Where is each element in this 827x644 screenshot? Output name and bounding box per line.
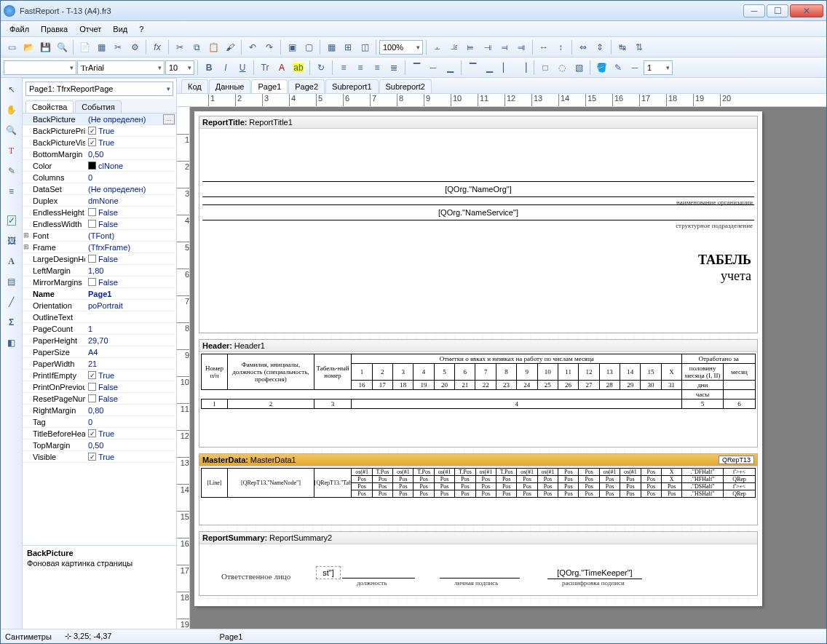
- field-name-service[interactable]: [QOrg."NameService"]: [202, 204, 754, 220]
- prop-row-rightmargin[interactable]: RightMargin0,80: [23, 405, 176, 416]
- frame-shadow-button[interactable]: ▧: [571, 60, 587, 76]
- align-justify-button[interactable]: ≣: [386, 60, 402, 76]
- new-dialog-button[interactable]: ▦: [93, 39, 109, 55]
- format-paint-button[interactable]: 🖌: [222, 39, 238, 55]
- prop-row-dataset[interactable]: DataSet(Не определен): [23, 183, 176, 195]
- prop-row-backpicturevisib[interactable]: BackPictureVisib✓True: [23, 137, 176, 148]
- page-tab-page2[interactable]: Page2: [288, 79, 325, 93]
- field-timekeeper[interactable]: [QOrg."TimeKeeper"]: [547, 566, 642, 579]
- delete-page-button[interactable]: ✂: [110, 39, 126, 55]
- font-combo[interactable]: Tr Arial: [77, 60, 165, 75]
- fill-color-button[interactable]: 🪣: [593, 60, 609, 76]
- prop-row-duplex[interactable]: DuplexdmNone: [23, 195, 176, 207]
- prop-row-color[interactable]: ColorclNone: [23, 160, 176, 172]
- frame-all-button[interactable]: □: [537, 60, 553, 76]
- underline-button[interactable]: U: [234, 60, 250, 76]
- object-combo[interactable]: Page1: TfrxReportPage: [25, 82, 173, 96]
- property-grid[interactable]: BackPicture(Не определен)…BackPicturePri…: [23, 113, 176, 545]
- maximize-button[interactable]: ☐: [767, 4, 788, 17]
- select-tool[interactable]: ↖: [3, 81, 20, 98]
- prop-row-visible[interactable]: Visible✓True: [23, 451, 176, 463]
- frame-left-button[interactable]: ▏: [498, 60, 514, 76]
- same-width-button[interactable]: ↹: [614, 39, 630, 55]
- label-resp[interactable]: Ответственное лицо: [221, 572, 290, 581]
- band-report-summary[interactable]: ReportSummary: ReportSummary2 Ответствен…: [199, 531, 758, 596]
- prop-row-orientation[interactable]: OrientationpoPortrait: [23, 300, 176, 311]
- format-tool[interactable]: ✎: [3, 162, 20, 180]
- valign-middle-button[interactable]: ─: [425, 60, 441, 76]
- menu-view[interactable]: Вид: [108, 23, 132, 35]
- rotate-button[interactable]: ↻: [313, 60, 329, 76]
- highlight-button[interactable]: ab: [290, 60, 306, 76]
- field-name-org[interactable]: [QOrg."NameOrg"]: [202, 181, 754, 197]
- report-page[interactable]: ReportTitle: ReportTitle1 [QOrg."NameOrg…: [194, 111, 762, 606]
- band-master-data[interactable]: MasterData: MasterData1QRepT13 [Line][QR…: [199, 453, 758, 525]
- checkbox-object[interactable]: Σ: [3, 314, 20, 331]
- prop-row-frame[interactable]: Frame(TfrxFrame): [23, 242, 176, 253]
- copy-button[interactable]: ⧉: [189, 39, 205, 55]
- prop-row-resetpagenum[interactable]: ResetPageNumFalse: [23, 393, 176, 405]
- align-center-h-button[interactable]: ⫡: [446, 39, 462, 55]
- frame-bottom-button[interactable]: ▁: [481, 60, 497, 76]
- page-tab-page1[interactable]: Page1: [251, 79, 288, 93]
- zoom-combo[interactable]: 100%: [379, 40, 423, 55]
- redo-button[interactable]: ↷: [261, 39, 277, 55]
- align-center-button[interactable]: ≡: [352, 60, 368, 76]
- center-v-button[interactable]: ⇕: [592, 39, 608, 55]
- prop-row-paperheight[interactable]: PaperHeight29,70: [23, 335, 176, 346]
- font-size-combo[interactable]: 10: [165, 60, 194, 75]
- prop-row-printonpreviou[interactable]: PrintOnPreviouFalse: [23, 381, 176, 393]
- prop-row-outlinetext[interactable]: OutlineText: [23, 311, 176, 323]
- align-left-button[interactable]: ≡: [336, 60, 352, 76]
- menu-edit[interactable]: Правка: [36, 23, 72, 35]
- variables-button[interactable]: fx: [149, 39, 165, 55]
- undo-button[interactable]: ↶: [245, 39, 261, 55]
- align-middle-v-button[interactable]: ⫤: [496, 39, 513, 55]
- label-ucheta[interactable]: учета: [721, 269, 751, 284]
- tab-events[interactable]: События: [75, 100, 121, 113]
- page-settings-button[interactable]: ⚙: [127, 39, 143, 55]
- align-left-edge-button[interactable]: ⫠: [430, 39, 446, 55]
- font-color-button[interactable]: A: [274, 60, 290, 76]
- field-st[interactable]: st"]: [316, 566, 341, 579]
- align-bottom-edge-button[interactable]: ⫥: [513, 39, 529, 55]
- other-object[interactable]: ◧: [3, 334, 20, 351]
- grid-button[interactable]: ▦: [323, 39, 339, 55]
- band-report-title[interactable]: ReportTitle: ReportTitle1 [QOrg."NameOrg…: [199, 116, 758, 333]
- prop-row-leftmargin[interactable]: LeftMargin1,80: [23, 265, 176, 277]
- prop-row-topmargin[interactable]: TopMargin0,50: [23, 440, 176, 451]
- paste-button[interactable]: 📋: [205, 39, 221, 55]
- menu-report[interactable]: Отчет: [75, 23, 106, 35]
- prop-row-printifempty[interactable]: PrintIfEmpty✓True: [23, 370, 176, 381]
- zoom-tool[interactable]: 🔍: [3, 122, 20, 139]
- group-button[interactable]: ▣: [284, 39, 300, 55]
- page-tab-subreport2[interactable]: Subreport2: [379, 79, 432, 93]
- prop-row-mirrormargins[interactable]: MirrorMarginsFalse: [23, 277, 176, 288]
- text-tool[interactable]: T: [3, 142, 20, 159]
- page-tab-subreport1[interactable]: Subreport1: [325, 79, 378, 93]
- cut-button[interactable]: ✂: [172, 39, 188, 55]
- prop-row-endlessheight[interactable]: EndlessHeightFalse: [23, 207, 176, 218]
- valign-bottom-button[interactable]: ▁: [442, 60, 458, 76]
- prop-row-font[interactable]: Font(TFont): [23, 230, 176, 242]
- prop-row-papersize[interactable]: PaperSizeA4: [23, 346, 176, 358]
- frame-none-button[interactable]: ◌: [554, 60, 570, 76]
- prop-row-backpictureprin[interactable]: BackPicturePrin✓True: [23, 125, 176, 137]
- prop-row-largedesignhei[interactable]: LargeDesignHeiFalse: [23, 253, 176, 265]
- space-v-button[interactable]: ↕: [553, 39, 569, 55]
- picture-object[interactable]: 🖼: [3, 232, 20, 250]
- frame-color-button[interactable]: ✎: [610, 60, 626, 76]
- line-object[interactable]: ╱: [3, 293, 20, 311]
- frame-right-button[interactable]: ▕: [515, 60, 531, 76]
- tab-properties[interactable]: Свойства: [25, 100, 74, 113]
- close-button[interactable]: ✕: [790, 4, 823, 17]
- prop-row-paperwidth[interactable]: PaperWidth21: [23, 358, 176, 370]
- bold-button[interactable]: B: [201, 60, 217, 76]
- prop-row-pagecount[interactable]: PageCount1: [23, 323, 176, 335]
- frame-style-button[interactable]: ─: [627, 60, 643, 76]
- page-tab-код[interactable]: Код: [181, 79, 208, 93]
- ungroup-button[interactable]: ▢: [301, 39, 317, 55]
- band-header[interactable]: Header: Header1 Номер п/пФамилия, инициа…: [199, 339, 758, 448]
- prop-row-endlesswidth[interactable]: EndlessWidthFalse: [23, 218, 176, 230]
- valign-top-button[interactable]: ▔: [408, 60, 424, 76]
